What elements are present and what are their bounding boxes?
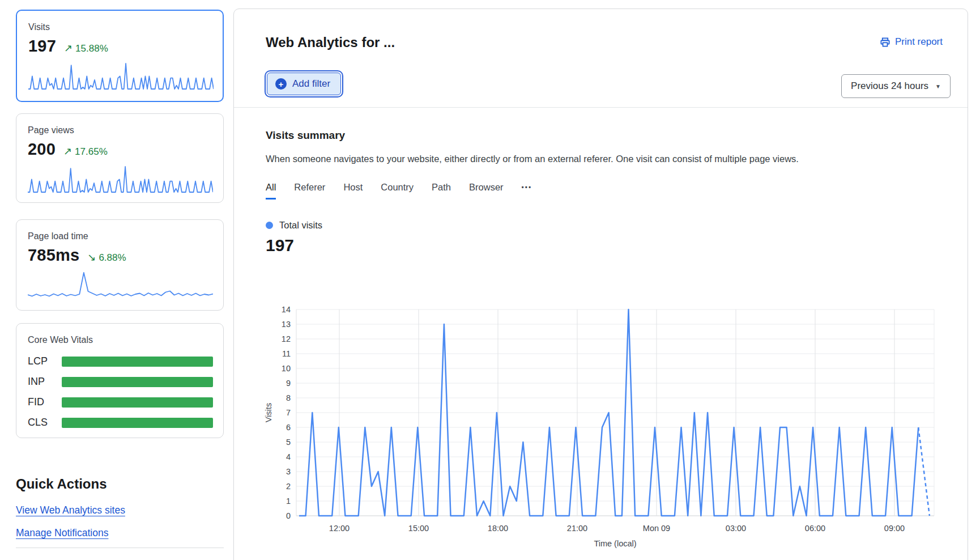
trend-down-icon: ↘ [87, 252, 96, 263]
svg-text:11: 11 [282, 349, 291, 358]
printer-icon [880, 37, 890, 48]
svg-text:21:00: 21:00 [567, 524, 587, 533]
tab-host[interactable]: Host [343, 182, 363, 200]
trend-up-icon: ↗ [63, 146, 72, 157]
svg-text:0: 0 [286, 511, 291, 520]
svg-text:03:00: 03:00 [726, 524, 746, 533]
metric-title: Visits [28, 22, 212, 32]
cwv-row-cls: CLS [28, 417, 213, 429]
chart-legend: Total visits [266, 220, 322, 231]
svg-text:7: 7 [286, 408, 291, 417]
cwv-metric-list: LCPINPFIDCLS [28, 355, 213, 429]
trend-up-icon: ↗ [64, 43, 73, 54]
svg-text:14: 14 [282, 305, 291, 314]
cwv-bar-good [62, 377, 213, 387]
metric-title: Page load time [28, 231, 213, 241]
core-web-vitals-card[interactable]: Core Web Vitals LCPINPFIDCLS [16, 323, 224, 438]
page-load-sparkline [28, 270, 213, 300]
visits-summary-title: Visits summary [266, 129, 345, 142]
svg-text:12:00: 12:00 [329, 524, 350, 533]
metric-trend: ↘6.88% [87, 251, 126, 264]
manage-notifications-link[interactable]: Manage Notifications [16, 527, 108, 539]
cwv-label: FID [28, 396, 62, 408]
dimension-tabs: AllRefererHostCountryPathBrowser••• [266, 182, 532, 200]
metric-card-visits[interactable]: Visits 197 ↗15.88% [16, 10, 224, 102]
cwv-label: LCP [28, 355, 62, 367]
print-report-button[interactable]: Print report [880, 36, 943, 48]
quick-actions-title: Quick Actions [16, 476, 106, 492]
svg-text:06:00: 06:00 [805, 524, 825, 533]
svg-text:4: 4 [286, 452, 291, 461]
metric-value: 197 [28, 37, 56, 56]
tab-all[interactable]: All [266, 182, 276, 200]
add-filter-button[interactable]: + Add filter [267, 73, 341, 95]
visits-summary-description: When someone navigates to your website, … [266, 154, 799, 164]
svg-text:1: 1 [286, 497, 291, 506]
svg-text:5: 5 [286, 438, 291, 447]
cwv-label: INP [28, 376, 62, 388]
cwv-bar-good [62, 397, 213, 408]
tab-country[interactable]: Country [381, 182, 414, 200]
tab-path[interactable]: Path [432, 182, 451, 200]
cwv-label: CLS [28, 417, 62, 429]
svg-text:Mon 09: Mon 09 [643, 524, 670, 533]
metric-trend: ↗17.65% [63, 145, 108, 158]
view-web-analytics-sites-link[interactable]: View Web Analytics sites [16, 504, 125, 516]
visits-sparkline [28, 61, 214, 91]
legend-dot-icon [266, 222, 273, 229]
cwv-title: Core Web Vitals [28, 335, 213, 345]
sidebar-divider [16, 548, 224, 548]
tab-browser[interactable]: Browser [469, 182, 504, 200]
metric-trend: ↗15.88% [64, 42, 108, 54]
total-visits-value: 197 [266, 236, 294, 255]
svg-text:Visits: Visits [264, 403, 273, 422]
svg-text:15:00: 15:00 [408, 524, 429, 533]
tab-referer[interactable]: Referer [294, 182, 325, 200]
visits-line-chart[interactable]: 0123456789101112131412:0015:0018:0021:00… [257, 303, 965, 559]
svg-text:12: 12 [282, 334, 291, 343]
time-range-dropdown[interactable]: Previous 24 hours ▼ [841, 74, 951, 98]
cwv-bar-good [62, 357, 213, 367]
cwv-row-fid: FID [28, 396, 213, 408]
svg-text:09:00: 09:00 [884, 524, 905, 533]
metric-title: Page views [28, 125, 213, 135]
web-analytics-panel: Web Analytics for ... Print report + Add… [233, 9, 968, 560]
svg-text:18:00: 18:00 [488, 524, 508, 533]
svg-text:2: 2 [286, 482, 291, 491]
page-views-sparkline [28, 164, 213, 194]
svg-text:6: 6 [286, 423, 291, 432]
metric-card-page-views[interactable]: Page views 200 ↗17.65% [16, 113, 224, 203]
page-title: Web Analytics for ... [266, 35, 395, 50]
svg-text:13: 13 [282, 320, 291, 329]
svg-text:8: 8 [286, 393, 291, 402]
plus-circle-icon: + [275, 78, 287, 90]
chevron-down-icon: ▼ [935, 83, 941, 90]
metric-value: 785ms [28, 246, 79, 265]
cwv-row-inp: INP [28, 376, 213, 388]
cwv-row-lcp: LCP [28, 355, 213, 367]
svg-text:3: 3 [286, 467, 291, 476]
metric-card-page-load-time[interactable]: Page load time 785ms ↘6.88% [16, 219, 224, 311]
metric-value: 200 [28, 140, 56, 159]
more-tabs-button[interactable]: ••• [522, 184, 532, 198]
svg-text:10: 10 [282, 364, 291, 373]
cwv-bar-good [62, 418, 213, 428]
header-divider [234, 107, 968, 108]
legend-label: Total visits [279, 220, 322, 231]
svg-text:Time (local): Time (local) [594, 539, 636, 548]
svg-text:9: 9 [286, 379, 291, 388]
